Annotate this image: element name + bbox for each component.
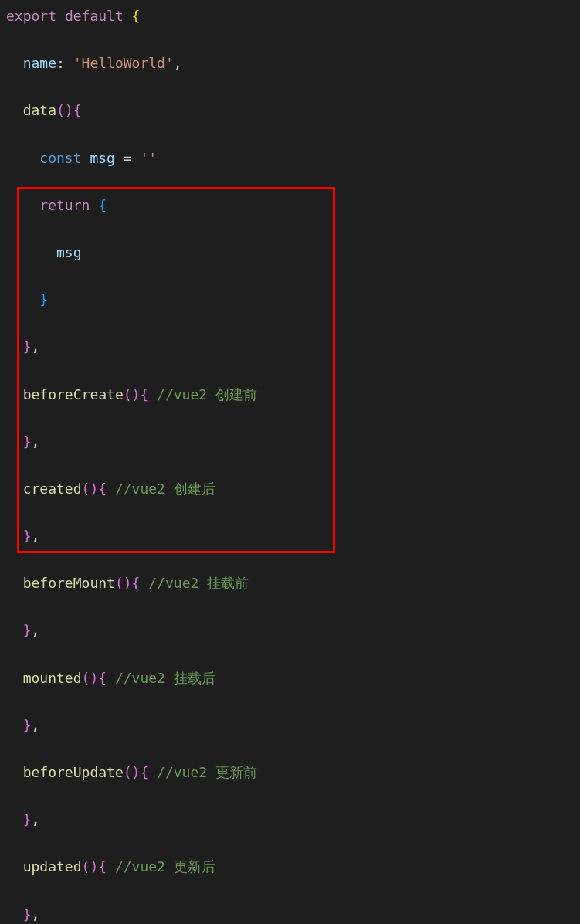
keyword-const: const (39, 150, 81, 166)
string-helloworld: 'HelloWorld' (73, 55, 174, 71)
fn-created: created (23, 481, 82, 497)
string-empty: '' (140, 150, 157, 166)
comment: //vue2 创建后 (115, 481, 215, 497)
fn-beforecreate: beforeCreate (23, 386, 124, 403)
keyword-default: default (65, 8, 124, 24)
fn-data: data (23, 102, 56, 118)
var-msg: msg (90, 150, 115, 166)
comment: //vue2 更新前 (157, 764, 257, 780)
fn-updated: updated (23, 858, 82, 875)
keyword-export: export (6, 8, 56, 24)
var-msg-ret: msg (56, 244, 82, 260)
code-editor: export default { name: 'HelloWorld', dat… (6, 5, 574, 924)
fn-beforemount: beforeMount (23, 575, 115, 591)
comment: //vue2 挂载前 (148, 575, 249, 591)
fn-beforeupdate: beforeUpdate (23, 764, 124, 780)
prop-name: name (23, 55, 56, 71)
comment: //vue2 创建前 (157, 386, 257, 403)
comment: //vue2 挂载后 (115, 670, 215, 686)
comment: //vue2 更新后 (115, 858, 215, 875)
keyword-return: return (39, 197, 90, 213)
fn-mounted: mounted (23, 670, 82, 686)
